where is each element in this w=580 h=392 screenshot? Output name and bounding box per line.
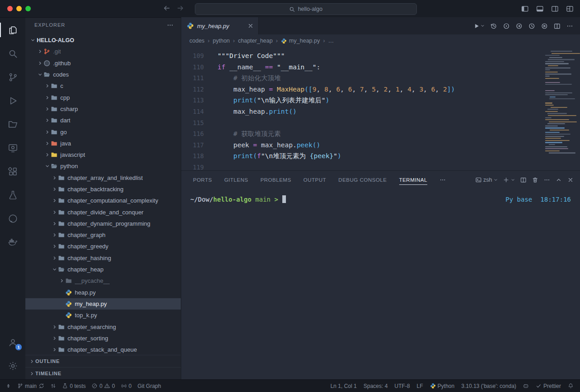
tree-item-chapter_searching[interactable]: chapter_searching [25,321,181,332]
local-history-button[interactable] [490,23,497,29]
activity-bar-item-project-manager[interactable] [0,112,25,136]
activity-bar-item-docker[interactable] [0,230,25,254]
status-language-mode[interactable]: Python [430,383,454,389]
open-changes-button[interactable] [516,23,522,29]
more-terminal-actions[interactable] [544,177,550,183]
code-line[interactable]: 113 print("\n输入列表并建堆后") [181,95,580,106]
command-center-search[interactable]: hello-algo [195,3,417,15]
activity-bar-item-extensions[interactable] [0,160,25,183]
sidebar-section-outline[interactable]: OUTLINE [25,355,181,367]
status-prettier[interactable]: Prettier [536,383,561,389]
tree-item-python[interactable]: python [25,160,181,172]
back-button[interactable] [163,5,170,13]
status-indentation[interactable]: Spaces: 4 [363,383,387,389]
minimap[interactable] [544,51,578,156]
code-line[interactable]: 117 peek = max_heap.peek() [181,140,580,151]
code-line[interactable]: 109"""Driver Code""" [181,50,580,62]
code-line[interactable]: 115 [181,117,580,129]
panel-tab-output[interactable]: OUTPUT [304,171,326,189]
activity-bar-item-source-control[interactable] [0,65,25,89]
breadcrumb-item[interactable]: … [328,38,334,44]
status-encoding[interactable]: UTF-8 [395,383,410,389]
more-actions-button[interactable] [566,23,573,29]
file-history-button[interactable] [528,23,535,29]
tree-item-chapter_hashing[interactable]: chapter_hashing [25,252,181,264]
tree-item-cpp[interactable]: cpp [25,92,181,103]
tree-item-csharp[interactable]: csharp [25,103,181,115]
tree-item-java[interactable]: java [25,138,181,149]
zoom-window-button[interactable] [25,6,31,11]
panel-tab-problems[interactable]: PROBLEMS [261,171,291,189]
activity-bar-item-github[interactable] [0,207,25,230]
status-git-graph[interactable]: Git Graph [137,383,161,389]
code-line[interactable]: 119 [181,162,580,170]
tree-item-chapter_backtracking[interactable]: chapter_backtracking [25,184,181,195]
close-window-button[interactable] [7,6,13,11]
gitlens-annotations-button[interactable] [503,23,510,29]
code-line[interactable]: 111 # 初始化大顶堆 [181,73,580,84]
activity-bar-item-testing[interactable] [0,183,25,207]
tree-item-chapter_graph[interactable]: chapter_graph [25,229,181,241]
tree-item-chapter_divide_and_conquer[interactable]: chapter_divide_and_conquer [25,206,181,218]
code-editor[interactable]: 109"""Driver Code"""110if __name__ == "_… [181,47,580,170]
code-line[interactable]: 110if __name__ == "__main__": [181,62,580,73]
kill-terminal[interactable] [532,177,538,183]
tree-item-chapter_dynamic_programming[interactable]: chapter_dynamic_programming [25,218,181,229]
minimize-window-button[interactable] [16,6,22,11]
status-gitlens-compare[interactable] [50,383,56,389]
status-python-interpreter[interactable]: 3.10.13 ('base': conda) [461,383,516,389]
panel-tab-terminal[interactable]: TERMINAL [399,171,427,189]
close-panel[interactable] [567,177,574,183]
tree-item-top_k.py[interactable]: top_k.py [25,310,181,321]
split-terminal[interactable] [520,177,527,183]
tree-item-chapter_stack_and_queue[interactable]: chapter_stack_and_queue [25,344,181,355]
split-editor-button[interactable] [554,23,561,29]
tree-item-chapter_array_and_linkedlist[interactable]: chapter_array_and_linkedlist [25,172,181,184]
status-forwarded-ports[interactable]: 0 [121,383,132,389]
breadcrumb-item[interactable]: chapter_heap [238,38,272,44]
status-eol-sequence[interactable]: LF [417,383,423,389]
tree-item-codes[interactable]: codes [25,69,181,80]
tree-item-dart[interactable]: dart [25,115,181,126]
tree-item-chapter_sorting[interactable]: chapter_sorting [25,333,181,344]
toggle-primary-sidebar-icon[interactable] [521,5,529,13]
code-line[interactable]: 112 max_heap = MaxHeap([9, 8, 6, 6, 7, 5… [181,84,580,95]
status-notifications[interactable] [568,383,574,389]
tree-item-chapter_greedy[interactable]: chapter_greedy [25,241,181,252]
new-terminal[interactable] [503,177,515,183]
code-line[interactable]: 118 print(f"\n堆顶元素为 {peek}") [181,150,580,162]
panel-tab-debug-console[interactable]: DEBUG CONSOLE [338,171,387,189]
status-problems[interactable]: 00 [92,383,115,389]
toggle-panel-icon[interactable] [536,5,544,13]
activity-bar-item-remote-explorer[interactable] [0,136,25,160]
activity-bar-item-explorer[interactable] [0,18,25,42]
tree-item-go[interactable]: go [25,126,181,137]
breadcrumb-item[interactable]: codes [189,38,204,44]
forward-button[interactable] [177,5,184,13]
status-copilot[interactable] [523,383,529,389]
status-git-branch[interactable]: main [17,383,44,389]
maximize-panel[interactable] [556,177,562,183]
toggle-secondary-sidebar-icon[interactable] [551,5,559,13]
panel-tab-gitlens[interactable]: GITLENS [224,171,248,189]
panel-tab-ports[interactable]: PORTS [193,171,212,189]
run-python-file-button[interactable] [473,23,484,29]
explorer-more-actions-icon[interactable] [167,22,174,29]
tree-item-my_heap.py[interactable]: my_heap.py [25,298,181,310]
breadcrumb-item[interactable]: python [213,38,230,44]
terminal-shell-picker[interactable]: zsh [475,177,498,183]
status-cursor-position[interactable]: Ln 1, Col 1 [330,383,357,389]
activity-bar-item-accounts[interactable]: 1 [0,330,25,354]
activity-bar-item-search[interactable] [0,42,25,65]
status-remote-indicator[interactable] [5,383,11,389]
panel-tabs-overflow-icon[interactable] [440,177,446,183]
tree-item-__pycache__[interactable]: __pycache__ [25,275,181,286]
tree-item-heap.py[interactable]: heap.py [25,287,181,298]
run-or-debug-button[interactable] [541,23,548,29]
activity-bar-item-run-and-debug[interactable] [0,89,25,112]
tree-item-.github[interactable]: .github [25,58,181,69]
activity-bar-item-settings[interactable] [0,354,25,377]
tree-item-chapter_computational_complexity[interactable]: chapter_computational_complexity [25,195,181,206]
breadcrumb-item[interactable]: my_heap.py [281,38,320,44]
tree-item-.git[interactable]: .git [25,46,181,57]
